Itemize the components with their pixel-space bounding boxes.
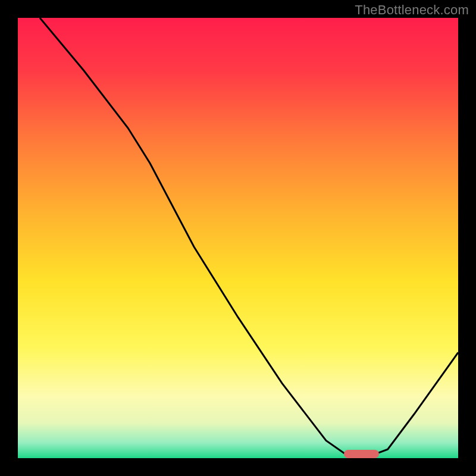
watermark-text: TheBottleneck.com: [355, 2, 469, 18]
plot-area: [18, 18, 458, 458]
curve-line: [18, 18, 458, 458]
chart-frame: TheBottleneck.com: [0, 0, 476, 476]
optimal-marker: [344, 450, 379, 458]
series-curve: [40, 18, 458, 456]
